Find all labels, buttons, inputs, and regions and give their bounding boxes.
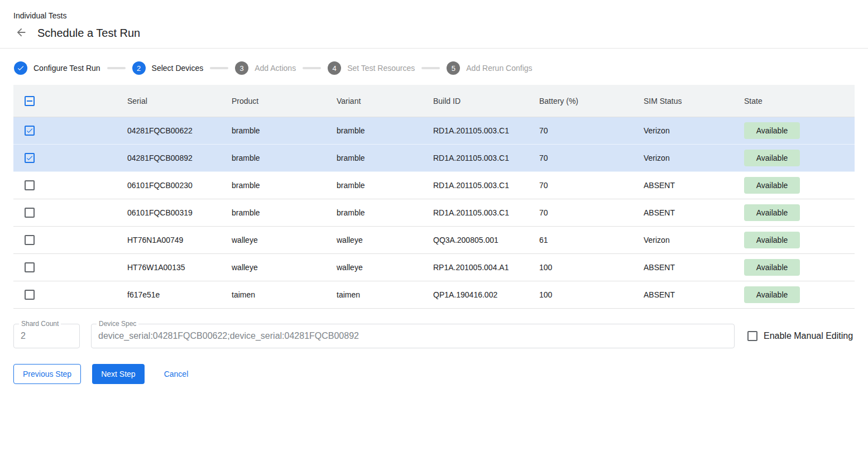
row-checkbox[interactable] (25, 180, 35, 190)
step-add-rerun-configs[interactable]: 5 Add Rerun Configs (447, 61, 532, 75)
cell-variant: bramble (337, 126, 433, 135)
cell-variant: walleye (337, 236, 433, 244)
step-add-actions[interactable]: 3 Add Actions (235, 61, 296, 75)
row-checkbox[interactable] (25, 235, 35, 245)
cell-serial: HT76W1A00135 (127, 263, 232, 272)
table-row[interactable]: HT76W1A00135 walleye walleye RP1A.201005… (13, 254, 855, 281)
cell-product: walleye (232, 236, 337, 244)
device-spec-label: Device Spec (97, 320, 138, 328)
shard-count-label: Shard Count (19, 320, 61, 328)
table-row[interactable]: 06101FQCB00319 bramble bramble RD1A.2011… (13, 199, 855, 227)
status-badge: Available (744, 204, 800, 221)
device-table: Serial Product Variant Build ID Battery … (13, 85, 855, 309)
cell-serial: 04281FQCB00622 (127, 126, 232, 135)
cell-build-id: RD1A.201105.003.C1 (433, 208, 539, 217)
enable-manual-editing-checkbox[interactable] (747, 331, 757, 341)
cell-product: bramble (232, 126, 337, 135)
enable-manual-editing-label[interactable]: Enable Manual Editing (764, 331, 853, 341)
cell-build-id: QQ3A.200805.001 (433, 236, 539, 244)
step-label: Configure Test Run (33, 64, 100, 73)
cancel-button[interactable]: Cancel (155, 364, 198, 384)
cell-variant: taimen (337, 290, 433, 299)
breadcrumb: Individual Tests (13, 11, 868, 20)
stepper-connector (107, 67, 126, 69)
action-buttons: Previous Step Next Step Cancel (13, 364, 855, 384)
table-header-row: Serial Product Variant Build ID Battery … (13, 85, 855, 117)
cell-product: bramble (232, 208, 337, 217)
step-label: Add Rerun Configs (466, 64, 532, 73)
page-header: Individual Tests Schedule a Test Run (0, 0, 868, 40)
arrow-left-icon (15, 26, 27, 40)
step-1-check-icon (14, 61, 27, 75)
cell-battery: 70 (539, 126, 644, 135)
cell-sim-status: Verizon (644, 236, 744, 244)
select-all-checkbox[interactable] (25, 96, 35, 106)
cell-product: bramble (232, 154, 337, 162)
column-header-battery: Battery (%) (539, 97, 644, 105)
status-badge: Available (744, 286, 800, 303)
checkmark-icon (26, 154, 33, 162)
table-row[interactable]: f617e51e taimen taimen QP1A.190416.002 1… (13, 281, 855, 309)
cell-build-id: RD1A.201105.003.C1 (433, 126, 539, 135)
step-4-number: 4 (328, 61, 341, 75)
column-header-variant: Variant (337, 97, 433, 105)
cell-sim-status: ABSENT (644, 263, 744, 272)
step-set-test-resources[interactable]: 4 Set Test Resources (328, 61, 415, 75)
cell-variant: bramble (337, 208, 433, 217)
back-button[interactable] (15, 26, 28, 40)
column-header-build-id: Build ID (433, 97, 539, 105)
cell-build-id: RD1A.201105.003.C1 (433, 154, 539, 162)
step-label: Select Devices (152, 64, 204, 73)
page-title: Schedule a Test Run (37, 27, 140, 40)
header-divider (0, 48, 868, 49)
status-badge: Available (744, 259, 800, 276)
step-5-number: 5 (447, 61, 460, 75)
cell-product: taimen (232, 290, 337, 299)
row-checkbox[interactable] (25, 262, 35, 272)
cell-battery: 100 (539, 263, 644, 272)
cell-build-id: RP1A.201005.004.A1 (433, 263, 539, 272)
table-row[interactable]: 06101FQCB00230 bramble bramble RD1A.2011… (13, 172, 855, 199)
step-label: Set Test Resources (347, 64, 415, 73)
next-step-button[interactable]: Next Step (92, 364, 144, 384)
cell-variant: bramble (337, 154, 433, 162)
device-spec-field[interactable]: Device Spec device_serial:04281FQCB00622… (91, 324, 735, 348)
table-row[interactable]: 04281FQCB00892 bramble bramble RD1A.2011… (13, 145, 855, 172)
table-row[interactable]: 04281FQCB00622 bramble bramble RD1A.2011… (13, 117, 855, 145)
row-checkbox[interactable] (25, 290, 35, 300)
step-configure-test-run[interactable]: Configure Test Run (14, 61, 100, 75)
status-badge: Available (744, 150, 800, 166)
cell-battery: 70 (539, 181, 644, 190)
indeterminate-dash-icon (27, 100, 32, 102)
step-select-devices[interactable]: 2 Select Devices (132, 61, 204, 75)
row-checkbox[interactable] (25, 126, 35, 136)
shard-count-field[interactable]: Shard Count 2 (13, 324, 80, 348)
stepper-connector (303, 67, 321, 69)
table-row[interactable]: HT76N1A00749 walleye walleye QQ3A.200805… (13, 227, 855, 254)
stepper-connector (210, 67, 228, 69)
cell-sim-status: Verizon (644, 126, 744, 135)
cell-serial: 06101FQCB00230 (127, 181, 232, 190)
stepper: Configure Test Run 2 Select Devices 3 Ad… (14, 61, 868, 75)
column-header-state: State (744, 97, 855, 105)
device-spec-form: Shard Count 2 Device Spec device_serial:… (13, 324, 855, 348)
cell-build-id: QP1A.190416.002 (433, 290, 539, 299)
cell-battery: 100 (539, 290, 644, 299)
step-3-number: 3 (235, 61, 248, 75)
row-checkbox[interactable] (25, 208, 35, 218)
cell-product: bramble (232, 181, 337, 190)
step-label: Add Actions (255, 64, 296, 73)
previous-step-button[interactable]: Previous Step (13, 364, 81, 384)
status-badge: Available (744, 122, 800, 139)
cell-build-id: RD1A.201105.003.C1 (433, 181, 539, 190)
cell-sim-status: ABSENT (644, 290, 744, 299)
cell-variant: walleye (337, 263, 433, 272)
enable-manual-editing: Enable Manual Editing (747, 324, 853, 348)
cell-serial: 06101FQCB00319 (127, 208, 232, 217)
row-checkbox[interactable] (25, 153, 35, 163)
column-header-sim-status: SIM Status (644, 97, 744, 105)
cell-sim-status: ABSENT (644, 181, 744, 190)
cell-serial: 04281FQCB00892 (127, 154, 232, 162)
cell-sim-status: Verizon (644, 154, 744, 162)
shard-count-value: 2 (14, 324, 79, 348)
